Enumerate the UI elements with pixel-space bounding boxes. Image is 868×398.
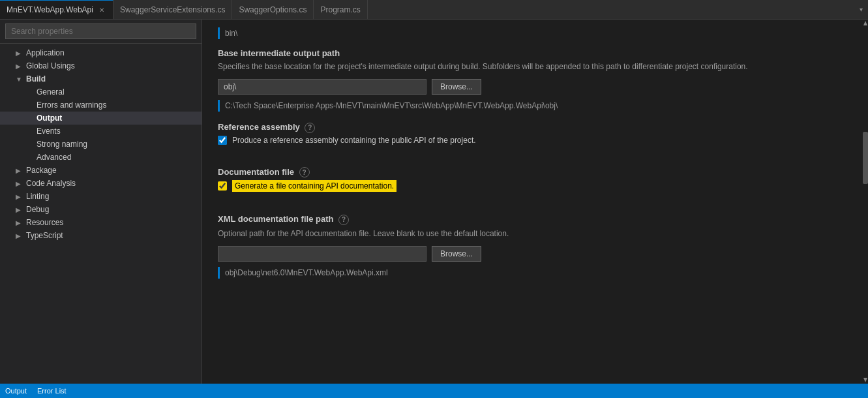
tab-bar: MnEVT.WebApp.WebApi ✕ SwaggerServiceExte… bbox=[0, 0, 868, 20]
sidebar-item-general[interactable]: General bbox=[0, 85, 202, 99]
scrollbar-track[interactable] bbox=[863, 20, 868, 384]
nav-tree: ▶ Application ▶ Global Usings ▼ Build Ge… bbox=[0, 44, 202, 384]
arrow-right-icon: ▶ bbox=[16, 63, 26, 70]
doc-file-label[interactable]: Generate a file containing API documenta… bbox=[232, 180, 397, 192]
sidebar-item-application[interactable]: ▶ Application bbox=[0, 46, 202, 59]
sidebar-item-advanced[interactable]: Advanced bbox=[0, 151, 202, 164]
close-icon[interactable]: ✕ bbox=[97, 5, 106, 14]
scrollbar-bottom-arrow[interactable] bbox=[863, 376, 868, 384]
chevron-down-icon: ▾ bbox=[860, 6, 863, 13]
xml-path-input[interactable] bbox=[218, 246, 427, 262]
sidebar-item-label: Debug bbox=[26, 205, 196, 214]
sidebar-item-label: Build bbox=[26, 74, 196, 84]
doc-file-title-text: Documentation file bbox=[218, 167, 294, 177]
main-area: ▶ Application ▶ Global Usings ▼ Build Ge… bbox=[0, 20, 868, 384]
sidebar-item-output[interactable]: Output bbox=[0, 112, 202, 125]
sidebar-item-errors-warnings[interactable]: Errors and warnings bbox=[0, 99, 202, 112]
base-path-input[interactable] bbox=[218, 79, 427, 95]
sidebar-item-label: Code Analysis bbox=[26, 179, 196, 188]
ref-assembly-label[interactable]: Produce a reference assembly containing … bbox=[232, 136, 476, 145]
tab-swagger-options[interactable]: SwaggerOptions.cs bbox=[232, 0, 314, 19]
base-path-hint: C:\Tech Space\Enterprise Apps-MnEVT\main… bbox=[218, 100, 847, 112]
sidebar-item-label: General bbox=[37, 87, 196, 97]
section-title-ref-assembly: Reference assembly ? bbox=[218, 122, 847, 133]
sidebar-item-label: Linting bbox=[26, 192, 196, 201]
blue-bar-icon bbox=[218, 267, 220, 279]
tab-program-cs[interactable]: Program.cs bbox=[314, 0, 367, 19]
sidebar-item-typescript[interactable]: ▶ TypeScript bbox=[0, 229, 202, 242]
section-title-base-path: Base intermediate output path bbox=[218, 48, 847, 58]
help-icon[interactable]: ? bbox=[305, 123, 315, 133]
svg-marker-0 bbox=[863, 21, 867, 25]
help-icon[interactable]: ? bbox=[338, 215, 349, 225]
status-bar: Output Error List bbox=[0, 384, 868, 398]
arrow-right-icon: ▶ bbox=[16, 206, 26, 213]
xml-path-input-row: Browse... bbox=[218, 246, 847, 262]
svg-marker-1 bbox=[863, 378, 867, 382]
sidebar-item-label: Output bbox=[37, 114, 196, 123]
sidebar-item-package[interactable]: ▶ Package bbox=[0, 164, 202, 177]
blue-bar-icon bbox=[218, 27, 220, 39]
arrow-right-icon: ▶ bbox=[16, 180, 26, 187]
section-desc-base-path: Specifies the base location for the proj… bbox=[218, 61, 847, 72]
doc-file-checkbox-row: Generate a file containing API documenta… bbox=[218, 180, 847, 192]
sidebar-item-strong-naming[interactable]: Strong naming bbox=[0, 138, 202, 151]
sidebar-item-label: Advanced bbox=[37, 153, 196, 162]
tab-swagger-service[interactable]: SwaggerServiceExtensions.cs bbox=[113, 0, 232, 19]
tab-overflow-button[interactable]: ▾ bbox=[854, 0, 868, 19]
base-path-hint-text: C:\Tech Space\Enterprise Apps-MnEVT\main… bbox=[225, 101, 558, 110]
ref-assembly-checkbox[interactable] bbox=[218, 136, 227, 145]
scrollbar-body bbox=[863, 27, 868, 376]
sidebar-item-events[interactable]: Events bbox=[0, 125, 202, 138]
blue-bar-icon bbox=[218, 100, 220, 112]
scrollbar-top-arrow[interactable] bbox=[863, 20, 868, 27]
arrow-right-icon: ▶ bbox=[16, 193, 26, 200]
sidebar-item-label: Strong naming bbox=[37, 140, 196, 149]
sidebar: ▶ Application ▶ Global Usings ▼ Build Ge… bbox=[0, 20, 202, 384]
sidebar-item-label: Resources bbox=[26, 218, 196, 227]
sidebar-item-global-usings[interactable]: ▶ Global Usings bbox=[0, 59, 202, 72]
tab-label: SwaggerServiceExtensions.cs bbox=[120, 5, 225, 14]
tab-mnevt-webapi[interactable]: MnEVT.WebApp.WebApi ✕ bbox=[0, 0, 113, 19]
status-error-list[interactable]: Error List bbox=[37, 387, 67, 395]
tab-label: Program.cs bbox=[320, 5, 360, 14]
sidebar-item-label: Application bbox=[26, 48, 196, 57]
search-input[interactable] bbox=[5, 23, 196, 39]
sidebar-item-linting[interactable]: ▶ Linting bbox=[0, 190, 202, 203]
section-title-doc-file: Documentation file ? bbox=[218, 167, 847, 178]
sidebar-item-label: Events bbox=[37, 127, 196, 136]
sidebar-item-label: Package bbox=[26, 166, 196, 175]
sidebar-item-label: Errors and warnings bbox=[37, 100, 196, 110]
sidebar-item-label: Global Usings bbox=[26, 61, 196, 70]
content-inner: bin\ Base intermediate output path Speci… bbox=[202, 20, 863, 305]
base-path-browse-button[interactable]: Browse... bbox=[432, 79, 481, 95]
status-output[interactable]: Output bbox=[5, 387, 27, 395]
sidebar-item-resources[interactable]: ▶ Resources bbox=[0, 216, 202, 229]
top-path-text: bin\ bbox=[225, 29, 237, 38]
base-path-input-row: Browse... bbox=[218, 79, 847, 95]
arrow-right-icon: ▶ bbox=[16, 232, 26, 239]
xml-path-hint-text: obj\Debug\net6.0\MnEVT.WebApp.WebApi.xml bbox=[225, 268, 388, 277]
arrow-down-icon: ▼ bbox=[16, 76, 26, 83]
arrow-right-icon: ▶ bbox=[16, 219, 26, 226]
section-title-xml-path: XML documentation file path ? bbox=[218, 214, 847, 225]
sidebar-item-debug[interactable]: ▶ Debug bbox=[0, 203, 202, 216]
sidebar-item-code-analysis[interactable]: ▶ Code Analysis bbox=[0, 177, 202, 190]
ref-assembly-title-text: Reference assembly bbox=[218, 122, 300, 132]
tab-label: MnEVT.WebApp.WebApi bbox=[7, 5, 93, 14]
content-area: bin\ Base intermediate output path Speci… bbox=[202, 20, 863, 384]
xml-path-title-text: XML documentation file path bbox=[218, 214, 333, 224]
help-icon[interactable]: ? bbox=[299, 167, 310, 177]
arrow-right-icon: ▶ bbox=[16, 167, 26, 174]
search-box bbox=[0, 20, 202, 44]
section-desc-xml-path: Optional path for the API documentation … bbox=[218, 228, 847, 239]
arrow-right-icon: ▶ bbox=[16, 50, 26, 57]
ref-assembly-checkbox-row: Produce a reference assembly containing … bbox=[218, 136, 847, 145]
sidebar-item-build[interactable]: ▼ Build bbox=[0, 72, 202, 85]
sidebar-item-label: TypeScript bbox=[26, 231, 196, 240]
xml-path-hint: obj\Debug\net6.0\MnEVT.WebApp.WebApi.xml bbox=[218, 267, 847, 279]
scrollbar-thumb[interactable] bbox=[863, 132, 868, 184]
xml-path-browse-button[interactable]: Browse... bbox=[432, 246, 481, 262]
tab-label: SwaggerOptions.cs bbox=[239, 5, 307, 14]
doc-file-checkbox[interactable] bbox=[218, 181, 227, 191]
